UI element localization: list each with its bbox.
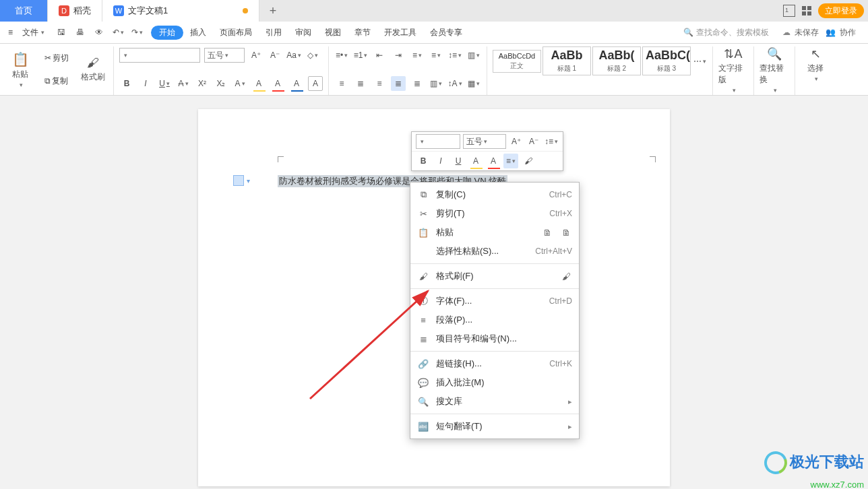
tab-add[interactable]: + — [259, 0, 286, 22]
ribbon-tab-layout[interactable]: 页面布局 — [213, 25, 259, 40]
ribbon-tab-chapter[interactable]: 章节 — [348, 25, 377, 40]
paragraph-handle[interactable]: ▾ — [233, 175, 250, 186]
ctx-insert-comment[interactable]: 💬插入批注(M) — [410, 373, 579, 392]
mini-font-color-icon[interactable]: A — [486, 154, 501, 168]
align-center-icon[interactable]: ≣ — [353, 76, 368, 91]
tight-left-icon[interactable]: ≡ — [410, 48, 425, 63]
italic-icon[interactable]: I — [138, 76, 153, 91]
line-spacing-icon[interactable]: ↕≡ — [447, 48, 462, 63]
mini-underline-icon[interactable]: U — [451, 154, 466, 168]
find-replace-button[interactable]: 🔍 查找替换 — [760, 46, 789, 94]
mini-highlight-icon[interactable]: A — [468, 154, 483, 168]
undo-icon[interactable]: ↶ — [111, 25, 125, 40]
app-grid-icon[interactable] — [802, 6, 811, 15]
superscript-icon[interactable]: X² — [195, 76, 210, 91]
ctx-font[interactable]: Ⓣ字体(F)...Ctrl+D — [410, 292, 579, 311]
style-h2[interactable]: AaBb(标题 2 — [592, 46, 641, 75]
style-h3[interactable]: AaBbC(标题 3 — [642, 46, 691, 75]
collab-icon[interactable]: 👥 — [826, 28, 836, 37]
preview-icon[interactable]: 👁 — [92, 25, 106, 40]
font-color-icon[interactable]: A — [270, 76, 285, 91]
redo-icon[interactable]: ↷ — [129, 25, 144, 40]
clear-format-icon[interactable]: ◇ — [305, 48, 320, 63]
ribbon-tab-review[interactable]: 审阅 — [288, 25, 318, 40]
align-left-icon[interactable]: ≡ — [334, 76, 349, 91]
highlight-icon[interactable]: A — [251, 76, 266, 91]
ctx-paste[interactable]: 📋粘贴 🗎 🗎 — [410, 223, 579, 242]
style-normal[interactable]: AaBbCcDd正文 — [493, 50, 541, 73]
align-right-icon[interactable]: ≡ — [372, 76, 387, 91]
bold-icon[interactable]: B — [119, 76, 134, 91]
window-layout-icon[interactable]: 1 — [783, 5, 795, 17]
indent-icon[interactable]: ⇥ — [391, 48, 406, 63]
paste-option-b-icon[interactable]: 🗎 — [560, 228, 572, 238]
tab-home[interactable]: 首页 — [0, 0, 48, 22]
ribbon-tab-view[interactable]: 视图 — [318, 25, 348, 40]
underline-icon[interactable]: U — [157, 76, 172, 91]
text-layout-button[interactable]: ⇅A 文字排版 — [718, 46, 748, 94]
style-h1[interactable]: AaBb标题 1 — [542, 46, 591, 75]
mini-format-painter-icon[interactable]: 🖌 — [521, 154, 536, 168]
font-size-select[interactable]: 五号 — [204, 48, 245, 63]
hamburger-icon[interactable]: ≡ — [5, 26, 16, 38]
mini-font-size[interactable]: 五号 — [463, 134, 506, 149]
numbering-icon[interactable]: ≡1 — [353, 48, 368, 63]
command-search[interactable]: 🔍 查找命令、搜索模板 — [683, 27, 769, 38]
ctx-cut[interactable]: ✂剪切(T)Ctrl+X — [410, 204, 579, 223]
align-dist-icon[interactable]: ≣ — [410, 76, 425, 91]
paste-option-a-icon[interactable]: 🗎 — [541, 228, 553, 238]
ribbon-tab-insert[interactable]: 插入 — [183, 25, 213, 40]
login-button[interactable]: 立即登录 — [818, 3, 864, 18]
strike-icon[interactable]: A — [176, 76, 191, 91]
ctx-bullets[interactable]: ≣项目符号和编号(N)... — [410, 329, 579, 348]
copy-button[interactable]: ⧉复制 — [42, 74, 71, 88]
file-menu[interactable]: 文件 — [20, 26, 47, 40]
brush-small-icon[interactable]: 🖌 — [560, 271, 572, 282]
mini-decrease-font-icon[interactable]: A⁻ — [526, 134, 541, 149]
cloud-unsaved-icon[interactable]: ☁ — [782, 28, 790, 37]
tab-document[interactable]: W 文字文稿1 — [102, 0, 259, 22]
decrease-font-icon[interactable]: A⁻ — [268, 48, 282, 63]
subscript-icon[interactable]: X₂ — [214, 76, 228, 91]
mini-font-name[interactable] — [416, 134, 460, 149]
document-canvas[interactable]: ▾ 防水卷材被刑拘感受考场必修课是会将那些和大咖 VN 炫酷 五号 A⁺ A⁻ … — [0, 96, 868, 489]
style-more-icon[interactable]: ⋯ — [692, 54, 707, 69]
align-justify-icon[interactable]: ≣ — [391, 76, 406, 91]
increase-font-icon[interactable]: A⁺ — [249, 48, 264, 63]
ctx-format-painter[interactable]: 🖌格式刷(F)🖌 — [410, 267, 579, 286]
style-gallery[interactable]: AaBbCcDd正文 AaBb标题 1 AaBb(标题 2 AaBbC(标题 3… — [493, 46, 707, 75]
char-border-icon[interactable]: A — [308, 76, 323, 91]
shading-color-icon[interactable]: A — [289, 76, 304, 91]
borders-icon[interactable]: ▦ — [466, 76, 481, 91]
paste-button[interactable]: 📋 粘贴 — [5, 46, 35, 92]
format-painter-button[interactable]: 🖌 格式刷 — [78, 46, 108, 92]
ribbon-tab-dev[interactable]: 开发工具 — [377, 25, 423, 40]
mini-align-icon[interactable]: ≡ — [503, 154, 518, 168]
ctx-copy[interactable]: ⧉复制(C)Ctrl+C — [410, 185, 579, 204]
bullets-icon[interactable]: ≡• — [334, 48, 349, 63]
font-name-select[interactable] — [119, 48, 200, 63]
text-direction-icon[interactable]: ↕A — [447, 76, 462, 91]
ctx-paste-special[interactable]: 选择性粘贴(S)...Ctrl+Alt+V — [410, 242, 579, 261]
change-case-icon[interactable]: Aa — [286, 48, 301, 63]
save-icon[interactable]: 🖫 — [54, 25, 69, 40]
ctx-paragraph[interactable]: ≡段落(P)... — [410, 311, 579, 329]
text-effects-icon[interactable]: A — [232, 76, 247, 91]
ribbon-tab-member[interactable]: 会员专享 — [423, 25, 469, 40]
tab-docer[interactable]: D 稻壳 — [48, 0, 102, 22]
columns-icon[interactable]: ▥ — [429, 76, 443, 91]
para-shade-icon[interactable]: ▥ — [466, 48, 481, 63]
ribbon-tab-start[interactable]: 开始 — [151, 26, 183, 40]
outdent-icon[interactable]: ⇤ — [372, 48, 387, 63]
ctx-search-library[interactable]: 🔍搜文库▸ — [410, 392, 579, 411]
select-button[interactable]: ↖ 选择 — [801, 46, 830, 82]
mini-line-spacing-icon[interactable]: ↕≡ — [544, 134, 559, 149]
tight-right-icon[interactable]: ≡ — [429, 48, 443, 63]
mini-italic-icon[interactable]: I — [433, 154, 448, 168]
mini-bold-icon[interactable]: B — [416, 154, 431, 168]
ribbon-tab-reference[interactable]: 引用 — [259, 25, 288, 40]
cut-button[interactable]: ✂剪切 — [42, 51, 71, 65]
print-icon[interactable]: 🖶 — [73, 25, 88, 40]
ctx-hyperlink[interactable]: 🔗超链接(H)...Ctrl+K — [410, 354, 579, 373]
mini-increase-font-icon[interactable]: A⁺ — [509, 134, 524, 149]
